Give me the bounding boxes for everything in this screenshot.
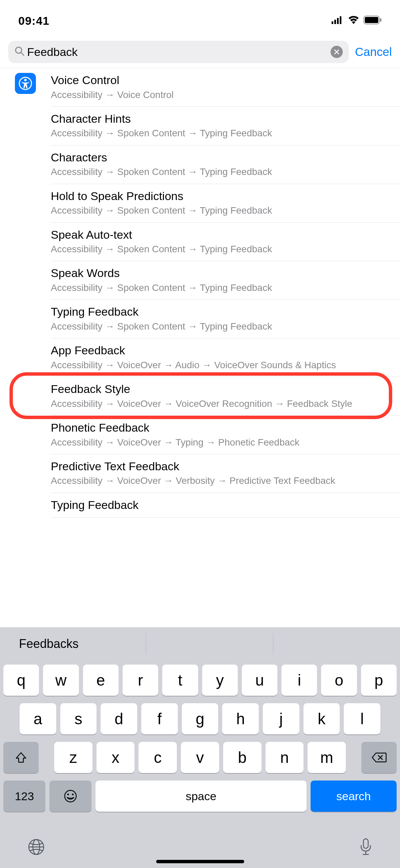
- result-title: Typing Feedback: [51, 304, 391, 319]
- svg-point-16: [67, 794, 69, 795]
- globe-icon[interactable]: [27, 838, 45, 857]
- shift-key[interactable]: [3, 742, 39, 773]
- key-i[interactable]: i: [281, 665, 317, 696]
- key-t[interactable]: t: [162, 665, 198, 696]
- key-r[interactable]: r: [123, 665, 158, 696]
- key-g[interactable]: g: [182, 703, 218, 734]
- key-u[interactable]: u: [242, 665, 277, 696]
- svg-rect-5: [365, 17, 378, 23]
- key-s[interactable]: s: [60, 703, 97, 734]
- result-path: Accessibility → Spoken Content → Typing …: [51, 320, 391, 333]
- cellular-icon: [332, 16, 344, 25]
- result-item[interactable]: Typing Feedback: [51, 493, 400, 518]
- accessibility-icon: [15, 73, 36, 94]
- result-path: Accessibility → Voice Control: [51, 89, 391, 101]
- cancel-button[interactable]: Cancel: [355, 45, 392, 59]
- result-path: Accessibility → Spoken Content → Typing …: [51, 166, 391, 178]
- result-title: Speak Auto-text: [51, 228, 391, 242]
- key-k[interactable]: k: [303, 703, 340, 734]
- suggestion-bar: Feedbacks: [0, 627, 400, 660]
- result-item[interactable]: Speak Auto-textAccessibility → Spoken Co…: [51, 223, 400, 261]
- key-e[interactable]: e: [83, 665, 119, 696]
- result-item[interactable]: Voice ControlAccessibility → Voice Contr…: [51, 68, 400, 107]
- result-path: Accessibility → VoiceOver → Verbosity → …: [51, 475, 391, 487]
- result-path: Accessibility → VoiceOver → Typing → Pho…: [51, 436, 391, 449]
- svg-rect-1: [334, 20, 336, 24]
- battery-icon: [363, 16, 382, 26]
- svg-point-12: [24, 79, 27, 81]
- search-icon: [14, 46, 25, 58]
- key-d[interactable]: d: [101, 703, 137, 734]
- key-o[interactable]: o: [321, 665, 357, 696]
- svg-line-8: [21, 53, 24, 55]
- key-n[interactable]: n: [266, 742, 304, 773]
- svg-point-15: [65, 790, 76, 802]
- result-path: Accessibility → Spoken Content → Typing …: [51, 243, 391, 255]
- key-z[interactable]: z: [54, 742, 92, 773]
- result-title: Characters: [51, 150, 391, 165]
- result-title: Typing Feedback: [51, 498, 391, 512]
- clear-icon[interactable]: [331, 46, 343, 58]
- svg-point-17: [72, 794, 74, 795]
- result-item[interactable]: Hold to Speak PredictionsAccessibility →…: [51, 184, 400, 223]
- space-key[interactable]: space: [96, 781, 307, 812]
- result-item[interactable]: Character HintsAccessibility → Spoken Co…: [51, 107, 400, 145]
- key-w[interactable]: w: [43, 665, 79, 696]
- status-bar: 09:41: [0, 0, 400, 37]
- result-path: Accessibility → Spoken Content → Typing …: [51, 204, 391, 217]
- result-path: Accessibility → Spoken Content → Typing …: [51, 282, 391, 294]
- key-p[interactable]: p: [361, 665, 397, 696]
- key-a[interactable]: a: [20, 703, 56, 734]
- result-item[interactable]: CharactersAccessibility → Spoken Content…: [51, 145, 400, 184]
- key-f[interactable]: f: [141, 703, 178, 734]
- result-path: Accessibility → Spoken Content → Typing …: [51, 127, 391, 139]
- result-title: Predictive Text Feedback: [51, 459, 391, 474]
- result-title: Feedback Style: [51, 382, 391, 396]
- result-title: Speak Words: [51, 266, 391, 280]
- numbers-key[interactable]: 123: [3, 781, 45, 812]
- key-l[interactable]: l: [344, 703, 380, 734]
- key-b[interactable]: b: [223, 742, 261, 773]
- key-v[interactable]: v: [181, 742, 219, 773]
- suggestion-item[interactable]: Feedbacks: [0, 627, 146, 660]
- result-item[interactable]: Typing FeedbackAccessibility → Spoken Co…: [51, 300, 400, 338]
- wifi-icon: [348, 16, 359, 25]
- key-x[interactable]: x: [97, 742, 135, 773]
- mic-icon[interactable]: [359, 837, 373, 858]
- result-category-icon-col: [0, 68, 51, 518]
- result-item[interactable]: Phonetic FeedbackAccessibility → VoiceOv…: [51, 416, 400, 454]
- status-time: 09:41: [18, 14, 49, 27]
- search-input[interactable]: [27, 45, 331, 59]
- svg-rect-0: [332, 21, 333, 24]
- result-item[interactable]: Predictive Text FeedbackAccessibility → …: [51, 454, 400, 493]
- key-h[interactable]: h: [222, 703, 259, 734]
- result-item[interactable]: Feedback StyleAccessibility → VoiceOver …: [51, 377, 400, 416]
- svg-rect-2: [337, 18, 339, 24]
- result-title: Voice Control: [51, 73, 391, 87]
- status-indicators: [332, 16, 382, 26]
- result-path: Accessibility → VoiceOver → Audio → Voic…: [51, 359, 391, 371]
- result-title: Phonetic Feedback: [51, 420, 391, 435]
- search-key[interactable]: search: [311, 781, 397, 812]
- emoji-key[interactable]: [49, 781, 91, 812]
- backspace-key[interactable]: [361, 742, 397, 773]
- result-title: App Feedback: [51, 343, 391, 358]
- result-item[interactable]: App FeedbackAccessibility → VoiceOver → …: [51, 338, 400, 377]
- svg-rect-3: [340, 16, 341, 24]
- key-j[interactable]: j: [263, 703, 299, 734]
- search-field[interactable]: [8, 41, 349, 63]
- home-indicator[interactable]: [156, 860, 244, 863]
- svg-rect-21: [363, 839, 368, 848]
- svg-rect-6: [380, 18, 381, 22]
- search-results: Voice ControlAccessibility → Voice Contr…: [0, 68, 400, 518]
- key-c[interactable]: c: [139, 742, 177, 773]
- key-y[interactable]: y: [202, 665, 238, 696]
- suggestion-item[interactable]: [273, 627, 400, 660]
- keyboard: Feedbacks qwertyuiop asdfghjkl zxcvbnm 1…: [0, 627, 400, 868]
- result-path: Accessibility → VoiceOver → VoiceOver Re…: [51, 398, 391, 410]
- suggestion-item[interactable]: [146, 627, 273, 660]
- search-row: Cancel: [0, 37, 400, 68]
- result-item[interactable]: Speak WordsAccessibility → Spoken Conten…: [51, 261, 400, 300]
- key-q[interactable]: q: [3, 665, 39, 696]
- key-m[interactable]: m: [308, 742, 346, 773]
